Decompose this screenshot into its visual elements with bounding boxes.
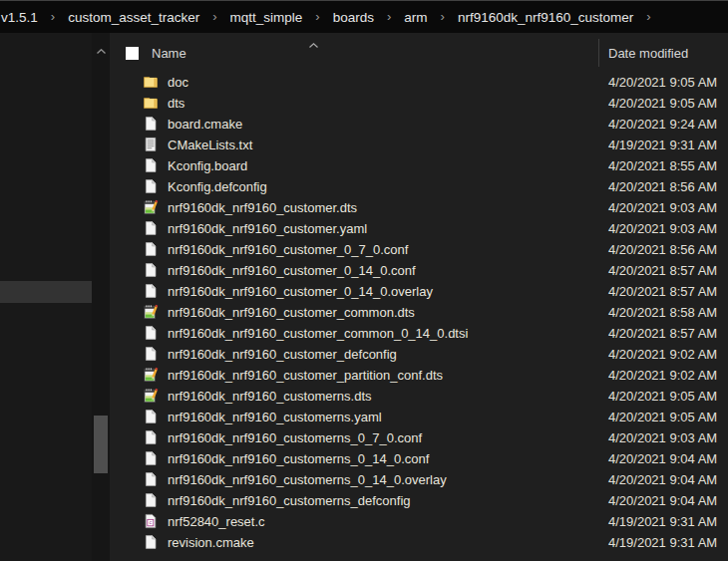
- blank-file-icon: [143, 262, 159, 278]
- file-row[interactable]: nrf9160dk_nrf9160_customer.dts4/20/2021 …: [110, 197, 728, 218]
- dts-file-icon: [143, 388, 159, 404]
- blank-file-icon: [143, 283, 159, 299]
- file-row[interactable]: Kconfig.board4/20/2021 8:55 AM: [110, 155, 728, 176]
- folder-icon: [143, 95, 159, 111]
- blank-file-icon: [143, 220, 159, 236]
- file-list: doc4/20/2021 9:05 AMdts4/20/2021 9:05 AM…: [110, 72, 728, 553]
- breadcrumb-chevron-icon[interactable]: ›: [374, 9, 404, 24]
- file-name: dts: [168, 96, 184, 111]
- breadcrumb-bar: v1.5.1›custom_asset_tracker›mqtt_simple›…: [0, 0, 728, 33]
- blank-file-icon: [143, 178, 159, 194]
- file-row[interactable]: dts4/20/2021 9:05 AM: [110, 93, 728, 114]
- file-name: nrf9160dk_nrf9160_customerns.dts: [168, 389, 372, 404]
- file-row[interactable]: nrf9160dk_nrf9160_customer_partition_con…: [110, 365, 728, 386]
- file-name: nrf9160dk_nrf9160_customer.dts: [168, 200, 357, 215]
- file-name: revision.cmake: [168, 535, 254, 550]
- file-row[interactable]: Kconfig.defconfig4/20/2021 8:56 AM: [110, 176, 728, 197]
- breadcrumb-chevron-icon[interactable]: ›: [38, 9, 68, 24]
- file-date-modified: 4/20/2021 9:05 AM: [608, 389, 717, 404]
- file-row[interactable]: nrf9160dk_nrf9160_customerns.yaml4/20/20…: [110, 407, 728, 427]
- file-name: nrf9160dk_nrf9160_customerns_0_14_0.conf: [168, 451, 429, 466]
- file-row[interactable]: nrf9160dk_nrf9160_customer_common_0_14_0…: [110, 323, 728, 344]
- folder-icon: [143, 74, 159, 90]
- file-name: Kconfig.board: [168, 158, 247, 173]
- blank-file-icon: [143, 450, 159, 466]
- file-name: nrf9160dk_nrf9160_customer_common_0_14_0…: [168, 326, 468, 341]
- sidebar-selected-item[interactable]: [0, 281, 92, 303]
- blank-file-icon: [143, 429, 159, 445]
- column-header-date-modified[interactable]: Date modified: [608, 46, 688, 61]
- file-date-modified: 4/20/2021 8:56 AM: [608, 179, 717, 194]
- breadcrumb-item[interactable]: custom_asset_tracker: [68, 10, 199, 25]
- file-name: Kconfig.defconfig: [168, 179, 267, 194]
- breadcrumb-chevron-icon[interactable]: ›: [302, 9, 332, 24]
- file-row[interactable]: nrf9160dk_nrf9160_customerns_defconfig4/…: [110, 490, 728, 511]
- file-row[interactable]: nrf9160dk_nrf9160_customerns_0_14_0.conf…: [110, 448, 728, 469]
- column-header-name[interactable]: Name: [152, 46, 186, 61]
- navigation-pane: [0, 33, 92, 561]
- breadcrumb-item[interactable]: arm: [404, 10, 427, 25]
- breadcrumb-item[interactable]: mqtt_simple: [230, 10, 303, 25]
- file-date-modified: 4/20/2021 8:57 AM: [608, 326, 717, 341]
- file-date-modified: 4/19/2021 9:31 AM: [608, 535, 717, 550]
- list-header: Name Date modified: [110, 33, 728, 72]
- file-date-modified: 4/20/2021 9:04 AM: [608, 451, 717, 466]
- file-date-modified: 4/20/2021 9:05 AM: [608, 75, 717, 90]
- scroll-up-button[interactable]: [92, 41, 110, 57]
- file-row[interactable]: cnrf52840_reset.c4/19/2021 9:31 AM: [110, 511, 728, 532]
- file-row[interactable]: doc4/20/2021 9:05 AM: [110, 72, 728, 93]
- file-row[interactable]: nrf9160dk_nrf9160_customer_0_14_0.overla…: [110, 281, 728, 302]
- file-name: nrf9160dk_nrf9160_customer_0_14_0.overla…: [168, 284, 433, 299]
- breadcrumb-chevron-icon[interactable]: ›: [428, 9, 458, 24]
- file-name: doc: [168, 75, 188, 90]
- chevron-up-icon: [97, 40, 106, 58]
- file-name: nrf9160dk_nrf9160_customer_0_14_0.conf: [168, 263, 416, 278]
- file-row[interactable]: nrf9160dk_nrf9160_customerns.dts4/20/202…: [110, 386, 728, 407]
- file-row[interactable]: nrf9160dk_nrf9160_customer_defconfig4/20…: [110, 344, 728, 365]
- breadcrumb-item[interactable]: boards: [333, 10, 374, 25]
- breadcrumb-item[interactable]: nrf9160dk_nrf9160_customer: [458, 10, 633, 25]
- file-name: nrf9160dk_nrf9160_customerns.yaml: [168, 410, 382, 424]
- file-row[interactable]: revision.cmake4/19/2021 9:31 AM: [110, 532, 728, 553]
- breadcrumb-chevron-icon[interactable]: ›: [199, 9, 229, 24]
- blank-file-icon: [143, 116, 159, 132]
- file-name: nrf52840_reset.c: [168, 514, 265, 529]
- file-name: nrf9160dk_nrf9160_customerns_0_7_0.conf: [168, 430, 422, 445]
- blank-file-icon: [143, 471, 159, 487]
- file-name: nrf9160dk_nrf9160_customerns_defconfig: [168, 493, 411, 508]
- blank-file-icon: [143, 241, 159, 257]
- file-date-modified: 4/20/2021 9:05 AM: [608, 96, 717, 111]
- file-date-modified: 4/20/2021 8:55 AM: [608, 158, 717, 173]
- file-date-modified: 4/19/2021 9:31 AM: [608, 138, 717, 152]
- breadcrumb: v1.5.1›custom_asset_tracker›mqtt_simple›…: [0, 10, 664, 25]
- blank-file-icon: [143, 157, 159, 173]
- blank-file-icon: [143, 325, 159, 341]
- file-date-modified: 4/20/2021 8:57 AM: [608, 284, 717, 299]
- file-row[interactable]: nrf9160dk_nrf9160_customer_0_14_0.conf4/…: [110, 260, 728, 281]
- file-row[interactable]: nrf9160dk_nrf9160_customerns_0_7_0.conf4…: [110, 427, 728, 448]
- select-all-checkbox[interactable]: [126, 47, 139, 60]
- dts-file-icon: [143, 199, 159, 215]
- file-row[interactable]: nrf9160dk_nrf9160_customer.yaml4/20/2021…: [110, 218, 728, 239]
- file-list-pane: Name Date modified doc4/20/2021 9:05 AMd…: [110, 33, 728, 561]
- file-date-modified: 4/20/2021 9:24 AM: [608, 117, 717, 132]
- file-row[interactable]: nrf9160dk_nrf9160_customer_common.dts4/2…: [110, 302, 728, 323]
- sidebar-scrollbar[interactable]: [92, 33, 110, 561]
- sort-ascending-icon[interactable]: [309, 34, 318, 52]
- file-row[interactable]: nrf9160dk_nrf9160_customer_0_7_0.conf4/2…: [110, 239, 728, 260]
- blank-file-icon: [143, 409, 159, 424]
- file-name: nrf9160dk_nrf9160_customer_0_7_0.conf: [168, 242, 408, 257]
- breadcrumb-item[interactable]: v1.5.1: [1, 10, 38, 25]
- file-date-modified: 4/20/2021 9:02 AM: [608, 347, 717, 362]
- column-divider[interactable]: [598, 39, 599, 67]
- file-date-modified: 4/20/2021 9:04 AM: [608, 472, 717, 487]
- file-row[interactable]: nrf9160dk_nrf9160_customerns_0_14_0.over…: [110, 469, 728, 490]
- scrollbar-thumb[interactable]: [94, 416, 108, 473]
- file-date-modified: 4/20/2021 8:57 AM: [608, 263, 717, 278]
- file-row[interactable]: CMakeLists.txt4/19/2021 9:31 AM: [110, 135, 728, 155]
- file-date-modified: 4/19/2021 9:31 AM: [608, 514, 717, 529]
- breadcrumb-chevron-icon[interactable]: ›: [633, 9, 663, 24]
- file-date-modified: 4/20/2021 9:04 AM: [608, 493, 717, 508]
- dts-file-icon: [143, 304, 159, 320]
- file-row[interactable]: board.cmake4/20/2021 9:24 AM: [110, 114, 728, 135]
